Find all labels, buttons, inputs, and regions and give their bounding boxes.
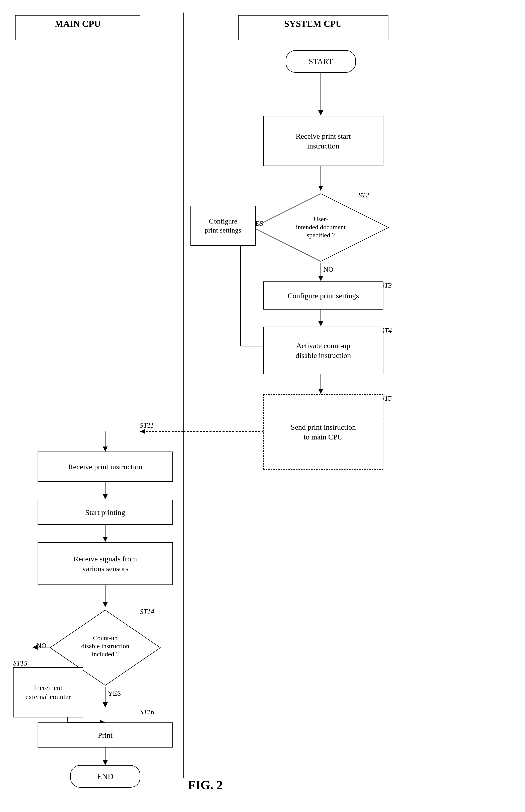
st1-box: Receive print start instruction <box>263 116 384 166</box>
st13-box: Receive signals from various sensors <box>38 542 173 585</box>
st2-diamond: User- intended document specified ? <box>251 191 391 264</box>
st5-dashed-box: Send print instruction to main CPU <box>263 394 384 469</box>
svg-marker-8 <box>318 276 323 281</box>
st16-label: ST16 <box>140 708 154 716</box>
svg-marker-26 <box>103 602 108 607</box>
svg-marker-20 <box>103 447 108 451</box>
st12-box: Start printing <box>38 500 173 525</box>
st4-box: Activate count-up disable instruction <box>263 327 384 374</box>
fig-label: FIG. 2 <box>188 778 223 792</box>
st3-box: Configure print settings <box>263 281 384 309</box>
svg-text:disable instruction: disable instruction <box>81 642 129 650</box>
no-st2-label: NO <box>323 265 333 273</box>
diagram-container: MAIN CPU SYSTEM CPU START ST1 Receive pr… <box>0 0 525 812</box>
svg-marker-15 <box>318 389 323 394</box>
svg-text:User-: User- <box>314 216 328 223</box>
no-st14-label: NO <box>36 642 46 650</box>
end-terminal: END <box>70 765 140 788</box>
st6-box: Configure print settings <box>191 206 256 246</box>
svg-marker-18 <box>140 429 145 434</box>
main-cpu-header: MAIN CPU <box>15 15 140 40</box>
svg-marker-10 <box>318 321 323 326</box>
st15-label: ST15 <box>13 659 28 667</box>
svg-marker-4 <box>318 186 323 191</box>
system-cpu-header: SYSTEM CPU <box>238 15 388 40</box>
yes-st14-label: YES <box>108 689 121 697</box>
st11-box: Receive print instruction <box>38 451 173 482</box>
svg-text:intended document: intended document <box>296 223 346 231</box>
st15-box: Increment external counter <box>13 667 83 717</box>
svg-text:specified ?: specified ? <box>307 232 335 239</box>
svg-marker-35 <box>103 760 108 765</box>
svg-text:included ?: included ? <box>92 650 119 658</box>
svg-marker-30 <box>103 702 108 707</box>
svg-marker-2 <box>318 111 323 115</box>
st16-box: Print <box>38 723 173 748</box>
svg-text:Count-up: Count-up <box>93 634 118 642</box>
svg-marker-24 <box>103 537 108 542</box>
start-terminal: START <box>286 50 356 73</box>
st11-label: ST11 <box>140 421 154 430</box>
svg-marker-22 <box>103 494 108 499</box>
